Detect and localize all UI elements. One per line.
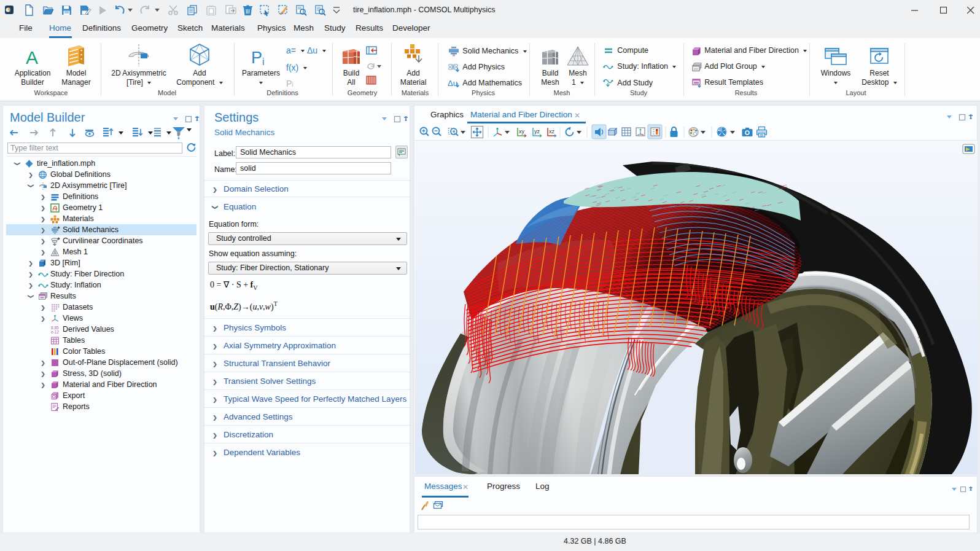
- svg-text:xz: xz: [549, 128, 555, 135]
- svg-text:i: i: [262, 57, 265, 66]
- svg-text:8.85: 8.85: [51, 326, 59, 330]
- svg-text:P: P: [251, 49, 262, 66]
- svg-text:e-12: e-12: [51, 330, 59, 334]
- svg-text:Δu: Δu: [448, 79, 457, 88]
- svg-text:xy: xy: [519, 128, 525, 135]
- svg-text:yz: yz: [534, 128, 540, 135]
- svg-text:A: A: [26, 48, 38, 66]
